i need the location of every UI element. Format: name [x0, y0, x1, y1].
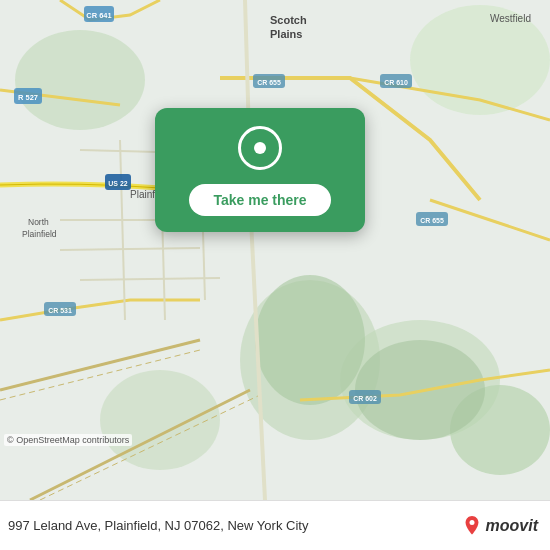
osm-attribution: © OpenStreetMap contributors	[4, 434, 132, 446]
svg-text:CR 641: CR 641	[86, 11, 111, 20]
bottom-bar: 997 Leland Ave, Plainfield, NJ 07062, Ne…	[0, 500, 550, 550]
svg-point-1	[15, 30, 145, 130]
svg-point-42	[469, 519, 474, 524]
map-container: Scotch Plains Westfield Plainfield North…	[0, 0, 550, 500]
svg-text:R 527: R 527	[18, 93, 38, 102]
svg-text:Plains: Plains	[270, 28, 302, 40]
moovit-pin-icon	[462, 516, 482, 536]
svg-text:Plainfield: Plainfield	[22, 229, 57, 239]
svg-text:CR 602: CR 602	[353, 395, 377, 402]
svg-text:Scotch: Scotch	[270, 14, 307, 26]
svg-text:CR 655: CR 655	[257, 79, 281, 86]
take-me-there-button[interactable]: Take me there	[189, 184, 330, 216]
svg-text:CR 655: CR 655	[420, 217, 444, 224]
moovit-logo: moovit	[462, 516, 538, 536]
svg-text:North: North	[28, 217, 49, 227]
svg-text:CR 531: CR 531	[48, 307, 72, 314]
location-card: Take me there	[155, 108, 365, 232]
svg-text:US 22: US 22	[108, 180, 128, 187]
svg-point-7	[255, 275, 365, 405]
address-text: 997 Leland Ave, Plainfield, NJ 07062, Ne…	[8, 518, 462, 533]
svg-text:Westfield: Westfield	[490, 13, 531, 24]
svg-text:CR 610: CR 610	[384, 79, 408, 86]
location-pin-icon	[238, 126, 282, 170]
moovit-brand-text: moovit	[486, 517, 538, 535]
